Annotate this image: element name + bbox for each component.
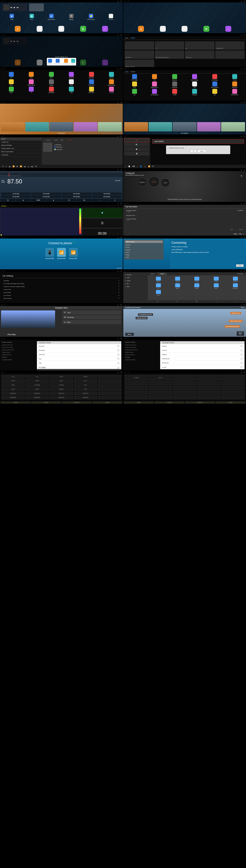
app-dvd[interactable]: DVD [185,82,205,88]
swc-button[interactable]: RESERVE [1,392,25,395]
help-icon[interactable]: ? [241,175,242,178]
app-gps-test-plus[interactable]: GPS Test Plus [225,89,245,95]
preset-button[interactable]: 2 87.50 MHz [31,192,61,195]
android-usb[interactable]: 📱Android USB [45,248,54,259]
swc-button[interactable]: VOL+ [1,375,25,378]
folder[interactable]: iGO [149,283,168,289]
swc-button[interactable]: RESERVE [74,396,97,399]
language-option[interactable]: Nederlands [160,357,245,361]
wp-thumb[interactable] [25,122,49,131]
widget-tile[interactable]: Google Maps [215,41,245,50]
settings-item[interactable]: Language☐ [2,279,120,282]
folder[interactable]: Android [169,277,187,282]
display-setting[interactable]: Display GPS time [1,353,36,356]
wp-thumb[interactable] [49,122,73,131]
swc-button[interactable] [98,396,121,399]
swc-button[interactable]: RESERVE [50,392,73,395]
player-control[interactable]: ⏭ [24,166,26,167]
bt-bar-icon[interactable]: ♪ [137,166,138,167]
display-setting[interactable]: Show touch position [1,346,36,348]
swc-button[interactable]: RESERVE [74,392,97,395]
wp-thumb[interactable] [1,122,25,131]
app-ipod[interactable]: iPod [22,72,41,79]
fm-side-item[interactable]: ▸Favorite [124,273,147,276]
swc-action-button[interactable]: CLEAR [92,402,122,403]
app-esfile[interactable]: 📁ES File Explorer... [82,14,101,20]
bt-bar-icon[interactable]: 📶 [148,165,150,167]
swc-button[interactable] [173,386,196,390]
player-control[interactable]: ● [28,166,29,167]
swc-button[interactable] [221,375,245,380]
settings-item[interactable]: Radar Settings☐ [2,297,120,300]
bt-search-icon[interactable]: 🔍 [124,143,149,147]
folder[interactable]: Pictures [149,290,168,296]
dock-apps[interactable]: ⊞ [160,26,166,32]
player-control[interactable]: ⏩ [20,165,22,167]
app-digital-clock-[interactable]: Digital Clock &... [145,82,165,88]
player-control[interactable]: ⏪ [12,165,15,167]
more-button[interactable]: ⚙More... [62,320,121,324]
app-youtube[interactable]: YouTube [102,87,121,93]
swc-button[interactable] [221,395,245,399]
fm-action[interactable]: ⋮ [235,301,237,303]
preset-button[interactable]: 5 87.50 MHz [1,195,31,198]
language-option[interactable]: Italiano [160,344,245,348]
fm-side-item[interactable]: ▸Library [124,279,147,282]
app-skype-wifi[interactable]: Skype WiFi [82,79,101,86]
app-wps-office[interactable]: WPS Office [82,87,101,93]
swc-button[interactable] [98,388,121,391]
app-video[interactable]: Video [62,87,81,93]
wp-thumb[interactable] [149,122,172,131]
next-icon[interactable]: ▸ [243,233,244,235]
swc-button[interactable] [197,395,220,399]
find-button[interactable]: 🔍Find [62,310,121,315]
swc-button[interactable]: RESERVE [26,396,49,399]
ok-button[interactable]: OK [190,150,197,153]
swc-button[interactable] [149,381,172,385]
app-settings[interactable]: ⚙Settings [62,14,81,20]
bt-delete-icon[interactable]: ✖ [124,147,149,151]
swc-button[interactable] [149,391,172,395]
swc-button[interactable] [149,386,172,390]
swc-button[interactable] [197,381,220,385]
fm-tab[interactable]: sdcard [148,272,157,275]
dock-nav[interactable]: ▲ [138,26,144,32]
gauge-accel[interactable]: Accel 0.0 g [138,178,146,186]
app-eq[interactable]: EQ [125,89,144,95]
display-setting[interactable]: Show touch position [124,346,159,348]
swc-button[interactable]: EJECT [26,388,49,391]
display-setting[interactable]: Display GPS time [124,353,159,356]
wp-live[interactable]: Live Wallpapers [63,59,70,64]
gauge-3[interactable]: -0.4 -0.2 [161,179,170,187]
widget-tile[interactable]: Play Recommendations... [155,51,184,59]
swc-action-button[interactable]: CONFIG [31,402,61,403]
dock-nav[interactable]: ▲ [15,26,21,32]
app-aux[interactable]: ◉AUX [23,14,41,20]
swc-button[interactable]: BACK [149,375,172,380]
track-item[interactable]: britney spears - ba... [0,147,42,150]
swc-button[interactable] [173,391,196,395]
folder[interactable]: Alarms [149,277,168,282]
swc-button[interactable] [98,379,121,382]
bt-bar-icon[interactable]: 📞 [144,165,146,167]
widget-tile[interactable]: Play Store [185,51,214,59]
swc-button[interactable]: SPEECH [50,388,73,391]
display-setting[interactable]: Display audio channel [1,348,36,351]
app-bluetooth[interactable]: Bluetooth [165,74,184,81]
app-video[interactable]: ▶Video [2,14,22,20]
player-control[interactable]: ⤢ [5,165,7,167]
app-steering-wheel[interactable]: Steering wheel [102,79,121,86]
app-fuel[interactable]: Fuel [205,89,224,95]
swc-button[interactable]: BACK [50,379,73,382]
track-item[interactable]: iNand [0,137,42,141]
map-preview[interactable] [1,310,55,328]
wp-wallpapers[interactable]: Wallpapers [48,59,52,64]
display-setting[interactable]: Backlight [124,356,159,359]
folder[interactable]: Notifications [226,283,245,289]
preset-button[interactable]: 3 87.50 MHz [62,192,92,195]
language-option[interactable]: Viêt Nam [37,352,121,357]
home-icon[interactable]: ⌂ [240,0,242,2]
app-easyconnected[interactable]: ⇄EasyConnected [42,14,61,20]
app-boot-animation[interactable]: Boot Animation [185,74,205,81]
widget-tile[interactable]: My Library [125,51,154,59]
